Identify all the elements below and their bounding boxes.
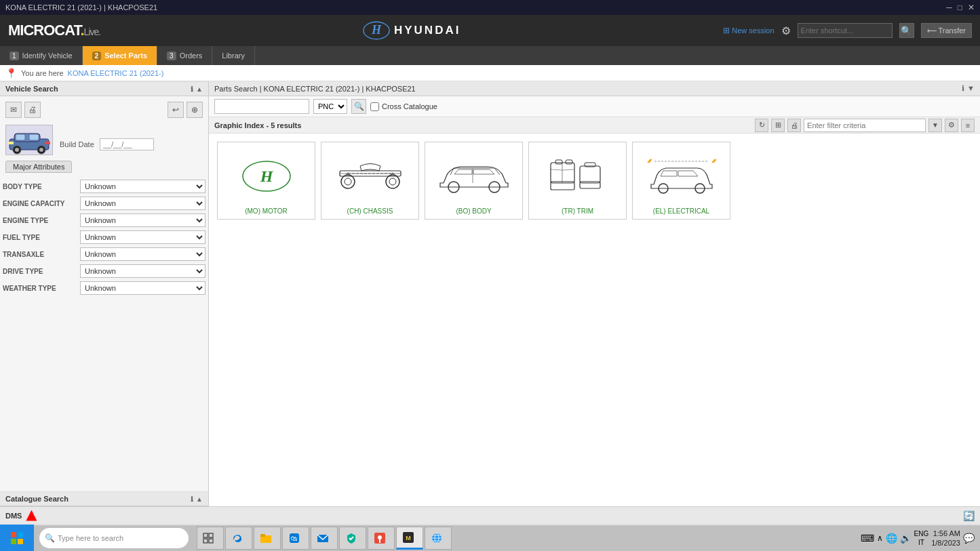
attribute-select-drive-type[interactable]: Unknown [80, 264, 205, 278]
left-sidebar: Vehicle Search ℹ ▲ ✉ 🖨 ↩ ⊕ [0, 81, 209, 506]
graphic-card-tr[interactable]: (TR) TRIM [528, 142, 627, 220]
settings-icon[interactable]: ⚙ [781, 24, 791, 37]
vehicle-search-section[interactable]: Vehicle Search ℹ ▲ [0, 81, 208, 96]
add-button[interactable]: ⊕ [187, 102, 203, 118]
taskbar-app-mail[interactable] [311, 527, 338, 550]
tab2-num: 2 [92, 52, 102, 60]
attribute-select-fuel-type[interactable]: Unknown [80, 230, 205, 244]
dms-bar: DMS 🔄 [0, 506, 980, 524]
taskbar-app-explorer[interactable] [254, 527, 281, 550]
results-toolbar-right: ↻ ⊞ 🖨 ▼ ⚙ ≡ [755, 119, 975, 132]
taskbar-app-edge[interactable] [225, 527, 252, 550]
cross-catalogue-checkbox[interactable] [370, 102, 379, 111]
svg-rect-11 [45, 142, 50, 144]
graphic-card-image-mo: H [222, 148, 311, 205]
search-type-select[interactable]: PNC Part [313, 99, 347, 114]
parts-search-title: Parts Search | KONA ELECTRIC 21 (2021-) … [214, 85, 416, 93]
new-session-link[interactable]: ⊞ New session [723, 26, 774, 35]
svg-point-5 [15, 148, 19, 152]
print-button[interactable]: 🖨 [24, 102, 41, 118]
cross-catalogue-label[interactable]: Cross Catalogue [370, 102, 437, 111]
graphic-card-label-tr: (TR) TRIM [562, 207, 593, 215]
window-controls: ─ □ ✕ [946, 3, 975, 12]
list-view-button[interactable]: ≡ [961, 119, 975, 132]
parts-filter-icon[interactable]: ▼ [967, 84, 975, 93]
maximize-button[interactable]: □ [958, 3, 962, 12]
taskbar-search[interactable]: 🔍 Type here to search [39, 528, 189, 548]
taskbar-app-store[interactable]: 🛍 [282, 527, 309, 550]
taskbar-app-globe[interactable] [425, 527, 452, 550]
keyboard-icon[interactable]: ⌨ [861, 533, 874, 544]
catalogue-info-icon[interactable]: ℹ [191, 495, 193, 503]
taskbar-app-taskview[interactable] [197, 527, 224, 550]
breadcrumb-vehicle[interactable]: KONA ELECTRIC 21 (2021-) [68, 69, 164, 77]
titlebar-title: KONA ELECTRIC 21 (2021-) | KHACPOSE21 [5, 3, 157, 12]
tab-select-parts[interactable]: 2 Select Parts [83, 46, 158, 65]
vehicle-toolbar-left: ✉ 🖨 [5, 102, 41, 118]
build-date-input[interactable] [100, 138, 154, 150]
attribute-select-engine-type[interactable]: Unknown [80, 213, 205, 227]
refresh-button[interactable]: ↻ [755, 119, 768, 132]
attribute-label: TRANSAXLE [3, 251, 77, 258]
graphic-card-label-bo: (BO) BODY [456, 207, 491, 215]
tab3-label: Orders [180, 52, 203, 60]
attribute-select-engine-capacity[interactable]: Unknown [80, 197, 205, 210]
close-button[interactable]: ✕ [968, 3, 975, 12]
security-icon [345, 532, 357, 544]
graphic-card-mo[interactable]: H (MO) MOTOR [217, 142, 315, 220]
reset-button[interactable]: ↩ [168, 102, 184, 118]
taskbar-app-maps[interactable] [368, 527, 395, 550]
vehicle-car-image [6, 125, 52, 155]
graphic-card-image-ch [326, 148, 414, 205]
transfer-button[interactable]: ⟵ Transfer [921, 23, 972, 38]
filter-input[interactable] [804, 119, 926, 132]
filter-options-button[interactable]: ⚙ [945, 119, 958, 132]
tab-library[interactable]: Library [212, 46, 255, 65]
tab2-label: Select Parts [104, 52, 147, 60]
email-button[interactable]: ✉ [5, 102, 22, 118]
svg-point-19 [389, 178, 396, 185]
svg-rect-39 [18, 539, 23, 544]
catalogue-search-section[interactable]: Catalogue Search ℹ ▲ [0, 491, 208, 506]
header-search-button[interactable]: 🔍 [899, 23, 914, 38]
graphic-card-el[interactable]: (EL) ELECTRICAL [632, 142, 730, 220]
chevron-up-icon[interactable]: ∧ [877, 533, 883, 543]
hyundai-brand-text: HYUNDAI [394, 24, 460, 37]
attribute-row: FUEL TYPE Unknown [0, 230, 208, 244]
search-go-button[interactable]: 🔍 [351, 99, 366, 114]
graphic-card-ch[interactable]: (CH) CHASSIS [321, 142, 419, 220]
notifications-icon[interactable]: 💬 [963, 533, 975, 544]
tab3-num: 3 [167, 52, 176, 60]
grid-view-button[interactable]: ⊞ [771, 119, 785, 132]
taskbar-app-security[interactable] [339, 527, 366, 550]
tab-orders[interactable]: 3 Orders [157, 46, 212, 65]
svg-rect-30 [555, 160, 562, 164]
taskbar-app-microcat[interactable]: M [396, 527, 423, 550]
dms-indicator[interactable] [26, 510, 37, 521]
build-date-row: Build Date [60, 138, 203, 150]
collapse-catalogue-search-icon[interactable]: ▲ [196, 495, 203, 503]
svg-rect-45 [260, 534, 265, 537]
volume-icon[interactable]: 🔊 [900, 533, 912, 544]
parts-info-icon[interactable]: ℹ [962, 84, 964, 93]
minimize-button[interactable]: ─ [946, 3, 952, 12]
info-icon[interactable]: ℹ [191, 85, 193, 93]
tab-identify-vehicle[interactable]: 1 Identify Vehicle [0, 46, 83, 65]
catalogue-search-label: Catalogue Search [5, 495, 68, 503]
attribute-select-transaxle[interactable]: Unknown [80, 247, 205, 261]
svg-point-16 [341, 175, 355, 188]
filter-dropdown-button[interactable]: ▼ [928, 119, 942, 132]
network-icon[interactable]: 🌐 [886, 533, 897, 544]
app-logo: MICROCAT.Live. [8, 22, 100, 39]
svg-rect-43 [209, 539, 213, 543]
collapse-vehicle-search-icon[interactable]: ▲ [196, 85, 203, 93]
graphic-card-bo[interactable]: (BO) BODY [425, 142, 523, 220]
mail-icon [317, 532, 329, 544]
start-button[interactable] [0, 525, 34, 551]
major-attributes-tab-button[interactable]: Major Attributes [5, 161, 72, 173]
shortcut-input[interactable] [798, 23, 893, 38]
attribute-select-weather-type[interactable]: Unknown [80, 281, 205, 295]
attribute-select-body-type[interactable]: Unknown [80, 180, 205, 193]
parts-search-input[interactable] [214, 99, 309, 114]
print-results-button[interactable]: 🖨 [787, 119, 801, 132]
